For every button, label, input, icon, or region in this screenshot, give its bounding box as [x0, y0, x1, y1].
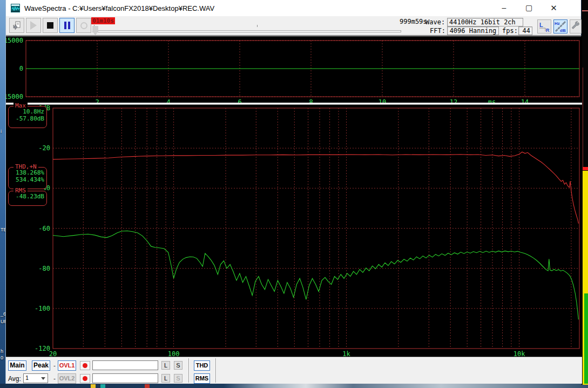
toolbar-groove: [215, 358, 217, 383]
svg-text:12: 12: [450, 98, 457, 103]
hz-db-scale-icon: Hz dB: [554, 20, 567, 33]
overlay1-load-button[interactable]: L: [161, 361, 170, 370]
overlay2-record-button[interactable]: [80, 374, 90, 383]
thd-readout-box: THD,+N 138.268% 534.434%: [8, 167, 47, 189]
thd-box-title: THD,+N: [13, 164, 38, 170]
chart-client-area: 150000-150002468101214ms 0dB-20-40-60-80…: [6, 36, 582, 357]
thd-value-2: 534.434%: [10, 176, 44, 183]
total-time-label: 999m59s: [400, 18, 427, 25]
dash-separator: -: [53, 375, 56, 383]
svg-text:2: 2: [95, 98, 99, 103]
overlay2-save-button[interactable]: S: [174, 374, 183, 383]
desktop-background-left: i TE _6 UP h 0: [0, 0, 5, 388]
toolbar-groove: [188, 358, 190, 383]
background-window-red-line: [582, 10, 588, 11]
app-icon: [11, 4, 20, 12]
desktop-icon-fragment: [91, 384, 96, 388]
desktop-icon-label-fragment: _6: [1, 311, 5, 317]
pause-icon: [64, 22, 70, 29]
app-window: WaveSpectra - C:¥Users¥falconFX2018¥Desk…: [5, 0, 582, 384]
fft-settings-field: 4096 Hanning: [447, 26, 499, 35]
overlay2-button[interactable]: OVL2: [58, 373, 76, 384]
position-slider[interactable]: [92, 30, 401, 32]
max-level-value: -57.80dB: [10, 115, 44, 122]
svg-text:-20: -20: [38, 144, 50, 152]
svg-text:15000: 15000: [6, 37, 23, 44]
desktop-icon-fragment: [145, 384, 150, 388]
overlay1-button[interactable]: OVL1: [58, 360, 76, 371]
fps-value-field: 44: [518, 26, 532, 35]
maximize-button[interactable]: ▢: [517, 0, 541, 16]
background-window-strip: [582, 0, 588, 385]
level-meter-peak-marker: [583, 167, 588, 170]
overlay1-save-button[interactable]: S: [174, 361, 183, 370]
svg-text:10: 10: [379, 98, 386, 103]
svg-text:1k: 1k: [342, 350, 350, 357]
svg-text:L: L: [539, 22, 543, 28]
svg-text:14: 14: [521, 98, 529, 103]
svg-text:R: R: [546, 28, 550, 33]
background-window-border-fragment: [583, 68, 583, 169]
record-dot-icon: [83, 376, 87, 381]
overlay2-load-button[interactable]: L: [161, 374, 170, 383]
desktop-icon-label-fragment: i: [1, 129, 2, 134]
svg-text:4: 4: [166, 98, 170, 103]
title-bar[interactable]: WaveSpectra - C:¥Users¥falconFX2018¥Desk…: [6, 0, 581, 16]
max-box-title: Max: [13, 103, 28, 109]
channel-lr-icon: L R: [538, 20, 551, 33]
overlay1-record-button[interactable]: [80, 361, 90, 370]
stop-button[interactable]: [43, 18, 58, 33]
channel-lr-button[interactable]: L R: [537, 19, 551, 34]
svg-text:ms: ms: [488, 98, 496, 103]
rms-box-title: RMS: [13, 188, 28, 194]
close-button[interactable]: ✕: [542, 0, 566, 16]
desktop-icon-label-fragment: UP: [1, 319, 5, 324]
record-icon: [80, 22, 87, 29]
avg-select[interactable]: 1: [23, 373, 48, 383]
svg-text:0: 0: [19, 65, 23, 72]
overlay2-filename-input[interactable]: [92, 373, 158, 383]
peak-view-button[interactable]: Peak: [32, 360, 50, 371]
thd-toggle-button[interactable]: THD: [194, 360, 210, 371]
slider-tick: [257, 25, 258, 27]
svg-text:-80: -80: [38, 265, 50, 272]
wrench-icon: [570, 20, 581, 32]
record-button[interactable]: [76, 18, 91, 33]
rms-toggle-button[interactable]: RMS: [194, 373, 210, 384]
main-view-button[interactable]: Main: [8, 360, 26, 371]
desktop-icon-label-fragment: TE: [1, 227, 5, 232]
hz-db-scale-button[interactable]: Hz dB: [553, 19, 567, 34]
svg-text:-120: -120: [35, 345, 50, 352]
level-meter-green-bar: [584, 293, 588, 384]
max-readout-box: Max 10.8Hz -57.80dB: [8, 106, 47, 128]
position-slider-thumb[interactable]: [92, 26, 98, 35]
wave-field-label: Wave:: [425, 18, 445, 26]
svg-text:20: 20: [49, 350, 57, 357]
play-icon: [30, 21, 37, 30]
svg-text:-60: -60: [38, 225, 50, 232]
desktop-background-bottom: [0, 384, 588, 388]
stop-icon: [47, 22, 53, 29]
svg-text:100: 100: [168, 350, 180, 357]
play-button[interactable]: [26, 18, 41, 33]
svg-text:-100: -100: [35, 305, 50, 312]
chevron-down-icon: [41, 377, 45, 380]
dash-separator: -: [53, 362, 56, 370]
fps-field-label: fps:: [502, 27, 518, 35]
elapsed-time-badge: 01m10s: [91, 17, 115, 24]
window-title: WaveSpectra - C:¥Users¥falconFX2018¥Desk…: [24, 4, 214, 12]
settings-wrench-button[interactable]: [570, 19, 582, 34]
pause-button[interactable]: [59, 18, 75, 33]
minimize-button[interactable]: –: [492, 0, 516, 16]
desktop-icon-fragment: [100, 384, 105, 388]
avg-selected-value: 1: [25, 374, 29, 381]
svg-text:dB: dB: [560, 28, 566, 33]
open-file-button[interactable]: [9, 18, 24, 33]
fft-field-label: FFT:: [430, 27, 445, 35]
svg-text:8: 8: [309, 98, 313, 103]
toolbar: 01m10s 999m59s Wave: 44100Hz 16bit 2ch F…: [6, 16, 581, 36]
avg-label: Avg:: [8, 375, 21, 383]
overlay1-filename-input[interactable]: [92, 360, 158, 370]
spectrum-chart: 0dB-20-40-60-80-100-120201001k10k: [6, 105, 582, 357]
wave-format-field: 44100Hz 16bit 2ch: [447, 18, 523, 26]
